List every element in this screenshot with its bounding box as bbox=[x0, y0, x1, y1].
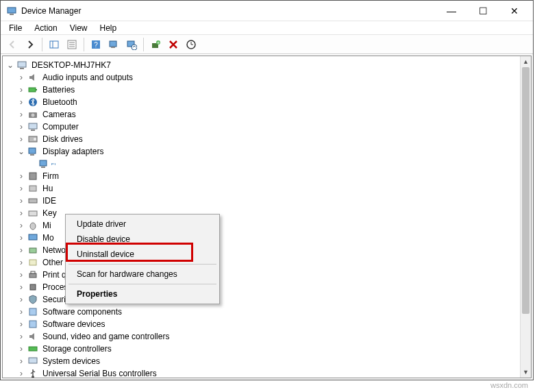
mouse-icon bbox=[27, 220, 38, 231]
tree-item-label: Mi bbox=[41, 221, 53, 230]
toolbar-separator bbox=[42, 38, 42, 51]
monitor-icon bbox=[27, 232, 38, 243]
context-properties[interactable]: Properties bbox=[67, 286, 218, 302]
minimize-button[interactable]: — bbox=[436, 1, 467, 21]
uninstall-icon[interactable] bbox=[165, 36, 182, 53]
tree-item-label: Batteries bbox=[41, 85, 76, 95]
tree-item-usb[interactable]: ›Universal Serial Bus controllers bbox=[4, 367, 519, 378]
svg-rect-47 bbox=[29, 358, 37, 363]
hid-icon bbox=[27, 183, 38, 194]
chevron-right-icon[interactable]: › bbox=[16, 295, 26, 304]
chevron-right-icon[interactable]: › bbox=[16, 208, 26, 218]
tree-item-label: Software components bbox=[41, 307, 123, 317]
chevron-right-icon[interactable]: › bbox=[16, 221, 26, 230]
chevron-right-icon[interactable]: › bbox=[16, 344, 26, 354]
chevron-right-icon[interactable]: › bbox=[16, 122, 26, 132]
forward-button[interactable] bbox=[22, 36, 38, 53]
tree-item-disk-drives[interactable]: ›Disk drives bbox=[4, 133, 519, 145]
context-uninstall-device[interactable]: Uninstall device bbox=[67, 247, 218, 262]
tree-item-audio[interactable]: ›Audio inputs and outputs bbox=[4, 71, 519, 84]
menu-file[interactable]: File bbox=[3, 22, 27, 34]
svg-rect-33 bbox=[29, 173, 36, 180]
vertical-scrollbar[interactable]: ▲ ▼ bbox=[520, 56, 531, 378]
help-icon[interactable]: ? bbox=[88, 36, 104, 53]
tree-item-batteries[interactable]: ›Batteries bbox=[4, 84, 519, 96]
chevron-right-icon[interactable]: › bbox=[16, 110, 26, 119]
svg-rect-0 bbox=[8, 8, 16, 13]
svg-text:?: ? bbox=[94, 41, 98, 49]
menu-view[interactable]: View bbox=[64, 22, 93, 34]
camera-icon bbox=[27, 109, 38, 120]
svg-rect-10 bbox=[110, 41, 116, 47]
chevron-right-icon[interactable]: › bbox=[16, 184, 26, 193]
svg-rect-38 bbox=[29, 234, 37, 240]
scroll-up-icon[interactable]: ▲ bbox=[521, 56, 531, 67]
scan-changes-icon[interactable] bbox=[105, 36, 122, 53]
chevron-right-icon[interactable]: › bbox=[16, 196, 26, 206]
chevron-right-icon[interactable]: › bbox=[16, 233, 26, 243]
context-disable-device[interactable]: Disable device bbox=[67, 232, 218, 247]
svg-rect-32 bbox=[41, 167, 45, 168]
tree-item-display-adapters[interactable]: ⌄Display adapters bbox=[4, 145, 519, 158]
svg-point-24 bbox=[32, 114, 35, 117]
chevron-right-icon[interactable]: › bbox=[16, 171, 26, 181]
tree-item-ide[interactable]: ›IDE bbox=[4, 195, 519, 207]
tree-item-system-devices[interactable]: ›System devices bbox=[4, 355, 519, 367]
tree-item-label: Cameras bbox=[41, 110, 77, 119]
usb-icon bbox=[27, 368, 38, 378]
tree-item-label: Firm bbox=[41, 171, 60, 181]
svg-rect-18 bbox=[18, 62, 26, 67]
chevron-down-icon[interactable]: ⌄ bbox=[5, 60, 15, 70]
tree-item-storage-controllers[interactable]: ›Storage controllers bbox=[4, 343, 519, 355]
show-hide-console-icon[interactable] bbox=[46, 36, 62, 53]
tree-item-label: IDE bbox=[41, 196, 58, 206]
computer-icon bbox=[16, 60, 27, 71]
sound-icon bbox=[27, 331, 38, 342]
tree-item-software-devices[interactable]: ›Software devices bbox=[4, 318, 519, 330]
chevron-right-icon[interactable]: › bbox=[16, 356, 26, 366]
close-button[interactable]: ✕ bbox=[499, 1, 530, 21]
context-scan-hardware[interactable]: Scan for hardware changes bbox=[67, 267, 218, 282]
tree-item-software-components[interactable]: ›Software components bbox=[4, 306, 519, 318]
scrollbar-thumb[interactable] bbox=[522, 67, 530, 314]
tree-item-computer[interactable]: ›Computer bbox=[4, 121, 519, 133]
chevron-right-icon[interactable]: › bbox=[16, 85, 26, 95]
storage-controller-icon bbox=[27, 343, 38, 354]
chevron-right-icon[interactable]: › bbox=[16, 134, 26, 144]
software-device-icon bbox=[27, 319, 38, 330]
scroll-down-icon[interactable]: ▼ bbox=[521, 367, 531, 378]
tree-item-display-child[interactable]: › bbox=[4, 158, 519, 170]
menu-help[interactable]: Help bbox=[95, 22, 123, 34]
back-button[interactable] bbox=[4, 36, 21, 53]
chevron-right-icon[interactable]: › bbox=[16, 307, 26, 317]
update-driver-icon[interactable] bbox=[123, 36, 140, 53]
tree-panel: ⌄ DESKTOP-MHJ7HK7 ›Audio inputs and outp… bbox=[2, 56, 532, 378]
tree-item-sound-video-game[interactable]: ›Sound, video and game controllers bbox=[4, 330, 519, 343]
tree-root[interactable]: ⌄ DESKTOP-MHJ7HK7 bbox=[4, 59, 519, 71]
scan-hardware-icon[interactable] bbox=[183, 36, 199, 53]
toolbar: ? + bbox=[1, 35, 533, 54]
add-legacy-hardware-icon[interactable]: + bbox=[147, 36, 164, 53]
maximize-button[interactable]: ☐ bbox=[467, 1, 499, 21]
chevron-right-icon[interactable]: › bbox=[16, 258, 26, 267]
menu-action[interactable]: Action bbox=[29, 22, 62, 34]
svg-rect-43 bbox=[30, 284, 36, 290]
chevron-right-icon[interactable]: › bbox=[16, 332, 26, 341]
chevron-right-icon[interactable]: › bbox=[16, 270, 26, 280]
network-icon bbox=[27, 245, 38, 256]
chevron-right-icon[interactable]: › bbox=[16, 73, 26, 82]
properties-icon[interactable] bbox=[64, 36, 80, 53]
chevron-right-icon[interactable]: › bbox=[16, 282, 26, 292]
tree-item-hid[interactable]: ›Hu bbox=[4, 182, 519, 195]
context-update-driver[interactable]: Update driver bbox=[67, 217, 218, 232]
tree-item-bluetooth[interactable]: ›Bluetooth bbox=[4, 96, 519, 108]
chevron-down-icon[interactable]: ⌄ bbox=[16, 147, 26, 156]
chevron-right-icon[interactable]: › bbox=[16, 97, 26, 107]
chevron-right-icon[interactable]: › bbox=[16, 369, 26, 378]
chevron-right-icon[interactable]: › bbox=[16, 319, 26, 329]
tree-item-cameras[interactable]: ›Cameras bbox=[4, 108, 519, 121]
tree-item-firmware[interactable]: ›Firm bbox=[4, 170, 519, 182]
titlebar: Device Manager — ☐ ✕ bbox=[1, 1, 533, 21]
svg-rect-42 bbox=[31, 271, 35, 273]
chevron-right-icon[interactable]: › bbox=[16, 245, 26, 255]
